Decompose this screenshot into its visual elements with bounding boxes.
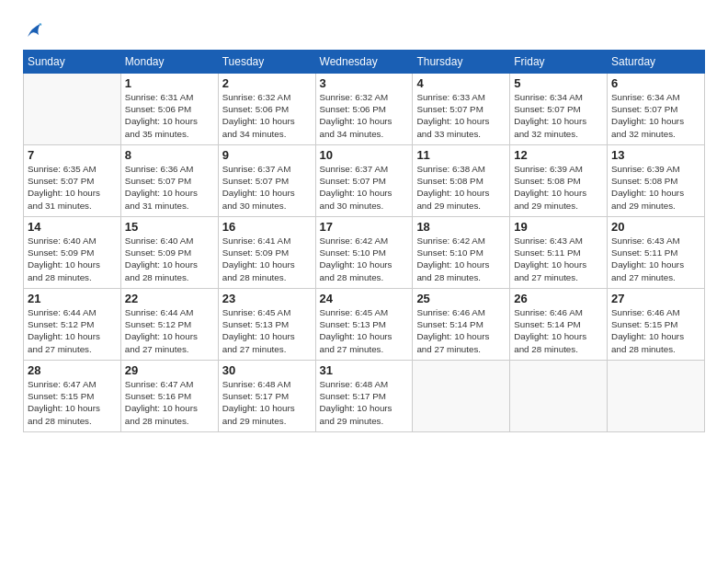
day-detail: Sunrise: 6:46 AM Sunset: 5:14 PM Dayligh… bbox=[514, 306, 603, 355]
day-number: 5 bbox=[514, 76, 603, 90]
day-detail: Sunrise: 6:40 AM Sunset: 5:09 PM Dayligh… bbox=[28, 235, 117, 283]
calendar-cell: 7Sunrise: 6:35 AM Sunset: 5:07 PM Daylig… bbox=[24, 145, 121, 217]
day-detail: Sunrise: 6:48 AM Sunset: 5:17 PM Dayligh… bbox=[320, 378, 409, 427]
calendar-cell: 9Sunrise: 6:37 AM Sunset: 5:07 PM Daylig… bbox=[218, 145, 315, 217]
calendar-cell bbox=[510, 361, 608, 432]
calendar-cell: 5Sunrise: 6:34 AM Sunset: 5:07 PM Daylig… bbox=[510, 74, 608, 145]
day-detail: Sunrise: 6:45 AM Sunset: 5:13 PM Dayligh… bbox=[320, 306, 409, 355]
calendar-cell bbox=[608, 361, 705, 432]
calendar-cell: 1Sunrise: 6:31 AM Sunset: 5:06 PM Daylig… bbox=[120, 74, 218, 145]
day-detail: Sunrise: 6:41 AM Sunset: 5:09 PM Dayligh… bbox=[222, 235, 312, 283]
day-number: 10 bbox=[320, 148, 409, 162]
day-number: 4 bbox=[416, 76, 506, 90]
calendar-week-row: 7Sunrise: 6:35 AM Sunset: 5:07 PM Daylig… bbox=[24, 145, 705, 217]
calendar-cell: 31Sunrise: 6:48 AM Sunset: 5:17 PM Dayli… bbox=[315, 361, 413, 432]
weekday-header-wednesday: Wednesday bbox=[315, 51, 413, 74]
day-number: 21 bbox=[28, 292, 117, 305]
day-detail: Sunrise: 6:44 AM Sunset: 5:12 PM Dayligh… bbox=[28, 306, 117, 355]
weekday-header-friday: Friday bbox=[510, 51, 608, 74]
calendar-week-row: 28Sunrise: 6:47 AM Sunset: 5:15 PM Dayli… bbox=[24, 361, 705, 432]
calendar-cell: 10Sunrise: 6:37 AM Sunset: 5:07 PM Dayli… bbox=[315, 145, 413, 217]
day-number: 13 bbox=[611, 148, 700, 162]
calendar-cell: 29Sunrise: 6:47 AM Sunset: 5:16 PM Dayli… bbox=[120, 361, 218, 432]
weekday-header-row: SundayMondayTuesdayWednesdayThursdayFrid… bbox=[24, 51, 705, 74]
day-detail: Sunrise: 6:32 AM Sunset: 5:06 PM Dayligh… bbox=[222, 91, 312, 140]
calendar-cell: 11Sunrise: 6:38 AM Sunset: 5:08 PM Dayli… bbox=[413, 145, 510, 217]
day-detail: Sunrise: 6:48 AM Sunset: 5:17 PM Dayligh… bbox=[222, 378, 312, 427]
calendar-cell: 3Sunrise: 6:32 AM Sunset: 5:06 PM Daylig… bbox=[315, 74, 413, 145]
day-detail: Sunrise: 6:47 AM Sunset: 5:15 PM Dayligh… bbox=[28, 378, 117, 427]
day-number: 31 bbox=[320, 363, 409, 377]
day-detail: Sunrise: 6:36 AM Sunset: 5:07 PM Dayligh… bbox=[125, 163, 214, 212]
day-detail: Sunrise: 6:43 AM Sunset: 5:11 PM Dayligh… bbox=[514, 235, 603, 283]
day-number: 2 bbox=[222, 76, 312, 90]
day-number: 11 bbox=[416, 148, 506, 162]
day-detail: Sunrise: 6:44 AM Sunset: 5:12 PM Dayligh… bbox=[125, 306, 214, 355]
day-number: 3 bbox=[320, 76, 409, 90]
day-number: 7 bbox=[28, 148, 117, 162]
calendar-cell bbox=[24, 74, 121, 145]
day-detail: Sunrise: 6:46 AM Sunset: 5:15 PM Dayligh… bbox=[611, 306, 700, 355]
day-number: 16 bbox=[222, 220, 312, 234]
day-number: 6 bbox=[611, 76, 700, 90]
day-number: 19 bbox=[514, 220, 603, 234]
day-detail: Sunrise: 6:40 AM Sunset: 5:09 PM Dayligh… bbox=[125, 235, 214, 283]
day-detail: Sunrise: 6:42 AM Sunset: 5:10 PM Dayligh… bbox=[320, 235, 409, 283]
calendar-cell: 20Sunrise: 6:43 AM Sunset: 5:11 PM Dayli… bbox=[608, 217, 705, 289]
calendar-cell: 26Sunrise: 6:46 AM Sunset: 5:14 PM Dayli… bbox=[510, 289, 608, 361]
calendar-cell: 15Sunrise: 6:40 AM Sunset: 5:09 PM Dayli… bbox=[120, 217, 218, 289]
day-number: 18 bbox=[416, 220, 506, 234]
day-detail: Sunrise: 6:32 AM Sunset: 5:06 PM Dayligh… bbox=[320, 91, 409, 140]
weekday-header-tuesday: Tuesday bbox=[218, 51, 315, 74]
calendar-cell: 2Sunrise: 6:32 AM Sunset: 5:06 PM Daylig… bbox=[218, 74, 315, 145]
day-number: 14 bbox=[28, 220, 117, 234]
calendar-cell: 6Sunrise: 6:34 AM Sunset: 5:07 PM Daylig… bbox=[608, 74, 705, 145]
day-number: 23 bbox=[222, 292, 312, 305]
calendar-cell: 14Sunrise: 6:40 AM Sunset: 5:09 PM Dayli… bbox=[24, 217, 121, 289]
calendar-cell bbox=[413, 361, 510, 432]
calendar-cell: 12Sunrise: 6:39 AM Sunset: 5:08 PM Dayli… bbox=[510, 145, 608, 217]
day-detail: Sunrise: 6:43 AM Sunset: 5:11 PM Dayligh… bbox=[611, 235, 700, 283]
header bbox=[23, 18, 705, 40]
day-number: 30 bbox=[222, 363, 312, 377]
day-detail: Sunrise: 6:38 AM Sunset: 5:08 PM Dayligh… bbox=[416, 163, 506, 212]
logo bbox=[23, 18, 42, 40]
calendar-week-row: 14Sunrise: 6:40 AM Sunset: 5:09 PM Dayli… bbox=[24, 217, 705, 289]
calendar-week-row: 21Sunrise: 6:44 AM Sunset: 5:12 PM Dayli… bbox=[24, 289, 705, 361]
day-detail: Sunrise: 6:33 AM Sunset: 5:07 PM Dayligh… bbox=[416, 91, 506, 140]
day-number: 22 bbox=[125, 292, 214, 305]
day-detail: Sunrise: 6:37 AM Sunset: 5:07 PM Dayligh… bbox=[222, 163, 312, 212]
calendar-cell: 30Sunrise: 6:48 AM Sunset: 5:17 PM Dayli… bbox=[218, 361, 315, 432]
day-detail: Sunrise: 6:45 AM Sunset: 5:13 PM Dayligh… bbox=[222, 306, 312, 355]
calendar-cell: 21Sunrise: 6:44 AM Sunset: 5:12 PM Dayli… bbox=[24, 289, 121, 361]
day-detail: Sunrise: 6:37 AM Sunset: 5:07 PM Dayligh… bbox=[320, 163, 409, 212]
day-number: 12 bbox=[514, 148, 603, 162]
calendar-cell: 25Sunrise: 6:46 AM Sunset: 5:14 PM Dayli… bbox=[413, 289, 510, 361]
day-detail: Sunrise: 6:46 AM Sunset: 5:14 PM Dayligh… bbox=[416, 306, 506, 355]
day-detail: Sunrise: 6:34 AM Sunset: 5:07 PM Dayligh… bbox=[514, 91, 603, 140]
day-number: 15 bbox=[125, 220, 214, 234]
day-number: 9 bbox=[222, 148, 312, 162]
day-detail: Sunrise: 6:31 AM Sunset: 5:06 PM Dayligh… bbox=[125, 91, 214, 140]
calendar-cell: 24Sunrise: 6:45 AM Sunset: 5:13 PM Dayli… bbox=[315, 289, 413, 361]
day-number: 8 bbox=[125, 148, 214, 162]
page: SundayMondayTuesdayWednesdayThursdayFrid… bbox=[0, 0, 728, 563]
calendar-cell: 28Sunrise: 6:47 AM Sunset: 5:15 PM Dayli… bbox=[24, 361, 121, 432]
day-detail: Sunrise: 6:39 AM Sunset: 5:08 PM Dayligh… bbox=[611, 163, 700, 212]
logo-bird-icon bbox=[26, 20, 42, 40]
calendar-cell: 19Sunrise: 6:43 AM Sunset: 5:11 PM Dayli… bbox=[510, 217, 608, 289]
weekday-header-monday: Monday bbox=[120, 51, 218, 74]
calendar-cell: 17Sunrise: 6:42 AM Sunset: 5:10 PM Dayli… bbox=[315, 217, 413, 289]
day-number: 28 bbox=[28, 363, 117, 377]
day-detail: Sunrise: 6:35 AM Sunset: 5:07 PM Dayligh… bbox=[28, 163, 117, 212]
calendar-cell: 27Sunrise: 6:46 AM Sunset: 5:15 PM Dayli… bbox=[608, 289, 705, 361]
weekday-header-thursday: Thursday bbox=[413, 51, 510, 74]
day-number: 29 bbox=[125, 363, 214, 377]
calendar-cell: 13Sunrise: 6:39 AM Sunset: 5:08 PM Dayli… bbox=[608, 145, 705, 217]
day-number: 24 bbox=[320, 292, 409, 305]
calendar-table: SundayMondayTuesdayWednesdayThursdayFrid… bbox=[23, 50, 705, 432]
day-number: 27 bbox=[611, 292, 700, 305]
weekday-header-saturday: Saturday bbox=[608, 51, 705, 74]
calendar-week-row: 1Sunrise: 6:31 AM Sunset: 5:06 PM Daylig… bbox=[24, 74, 705, 145]
day-number: 17 bbox=[320, 220, 409, 234]
